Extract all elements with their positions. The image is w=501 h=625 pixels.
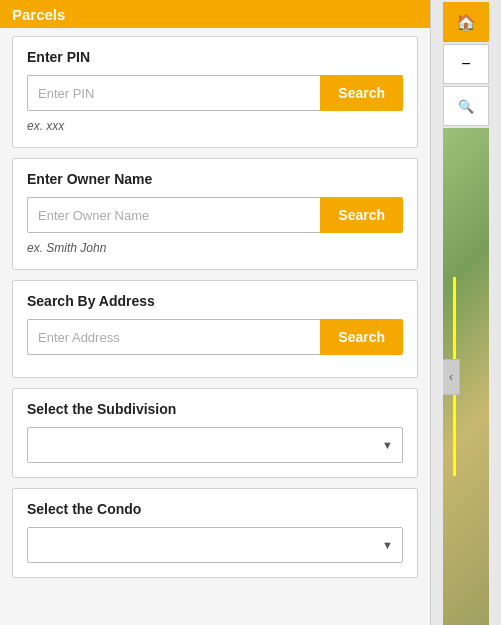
address-search-button[interactable]: Search bbox=[320, 319, 403, 355]
map-preview: ‹ bbox=[443, 128, 489, 625]
address-input[interactable] bbox=[27, 319, 320, 355]
subdivision-select-wrapper bbox=[27, 427, 403, 463]
owner-example: ex. Smith John bbox=[27, 241, 403, 255]
pin-section: Enter PIN Search ex. xxx bbox=[12, 36, 418, 148]
panel-body: Enter PIN Search ex. xxx Enter Owner Nam… bbox=[0, 28, 430, 625]
pin-input-row: Search bbox=[27, 75, 403, 111]
owner-search-button[interactable]: Search bbox=[320, 197, 403, 233]
parcels-panel: Parcels Enter PIN Search ex. xxx Enter O… bbox=[0, 0, 430, 625]
address-section: Search By Address Search bbox=[12, 280, 418, 378]
panel-header: Parcels bbox=[0, 0, 430, 28]
pin-example: ex. xxx bbox=[27, 119, 403, 133]
subdivision-section: Select the Subdivision bbox=[12, 388, 418, 478]
collapse-button[interactable]: ‹ bbox=[443, 359, 460, 395]
pin-label: Enter PIN bbox=[27, 49, 403, 65]
condo-select-wrapper bbox=[27, 527, 403, 563]
owner-input[interactable] bbox=[27, 197, 320, 233]
subdivision-label: Select the Subdivision bbox=[27, 401, 403, 417]
home-button[interactable]: 🏠 bbox=[443, 2, 489, 42]
minus-icon: − bbox=[461, 55, 470, 73]
condo-section: Select the Condo bbox=[12, 488, 418, 578]
home-icon: 🏠 bbox=[456, 13, 476, 32]
chevron-left-icon: ‹ bbox=[449, 370, 453, 384]
owner-input-row: Search bbox=[27, 197, 403, 233]
minus-button[interactable]: − bbox=[443, 44, 489, 84]
address-label: Search By Address bbox=[27, 293, 403, 309]
zoom-icon: 🔍 bbox=[458, 99, 474, 114]
pin-input[interactable] bbox=[27, 75, 320, 111]
address-input-row: Search bbox=[27, 319, 403, 355]
right-panel: 🏠 − 🔍 ‹ bbox=[430, 0, 501, 625]
owner-label: Enter Owner Name bbox=[27, 171, 403, 187]
panel-title: Parcels bbox=[12, 6, 65, 23]
owner-section: Enter Owner Name Search ex. Smith John bbox=[12, 158, 418, 270]
condo-select[interactable] bbox=[27, 527, 403, 563]
zoom-icon-button[interactable]: 🔍 bbox=[443, 86, 489, 126]
pin-search-button[interactable]: Search bbox=[320, 75, 403, 111]
condo-label: Select the Condo bbox=[27, 501, 403, 517]
subdivision-select[interactable] bbox=[27, 427, 403, 463]
